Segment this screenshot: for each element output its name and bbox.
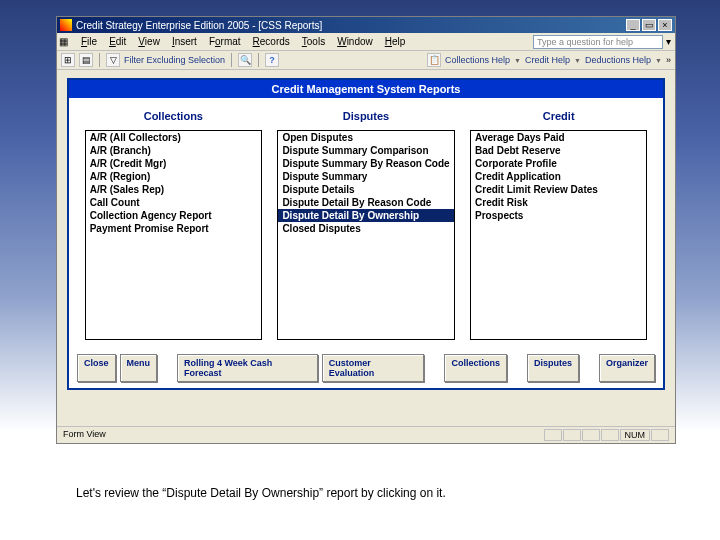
list-item[interactable]: Dispute Summary Comparison (278, 144, 453, 157)
button-row: Close Menu Rolling 4 Week Cash Forecast … (69, 350, 663, 388)
list-item[interactable]: Closed Disputes (278, 222, 453, 235)
view-icon[interactable]: ⊞ (61, 53, 75, 67)
maximize-button[interactable]: ▭ (642, 19, 656, 31)
client-area: Credit Management System Reports Collect… (57, 70, 675, 396)
minimize-button[interactable]: _ (626, 19, 640, 31)
menu-button[interactable]: Menu (120, 354, 158, 382)
help-dropdown-icon[interactable]: ▾ (663, 36, 673, 47)
status-cell (582, 429, 600, 441)
organizer-button[interactable]: Organizer (599, 354, 655, 382)
menu-format[interactable]: Format (203, 34, 247, 49)
separator (231, 53, 232, 67)
listbox-credit[interactable]: Average Days PaidBad Debt ReserveCorpora… (470, 130, 647, 340)
list-item[interactable]: Collection Agency Report (86, 209, 261, 222)
toggle-icon[interactable]: ▤ (79, 53, 93, 67)
status-cell (601, 429, 619, 441)
dropdown-icon[interactable]: ▼ (514, 57, 521, 64)
status-cell (544, 429, 562, 441)
mdi-icon: ▦ (59, 36, 71, 48)
list-item[interactable]: Payment Promise Report (86, 222, 261, 235)
list-item[interactable]: A/R (Region) (86, 170, 261, 183)
filter-excluding-selection[interactable]: Filter Excluding Selection (124, 55, 225, 65)
toolbar: ⊞ ▤ ▽ Filter Excluding Selection 🔍 ? 📋 C… (57, 51, 675, 70)
credit-help-link[interactable]: Credit Help (525, 55, 570, 65)
list-item[interactable]: Corporate Profile (471, 157, 646, 170)
listbox-disputes[interactable]: Open DisputesDispute Summary ComparisonD… (277, 130, 454, 340)
instruction-caption: Let's review the “Dispute Detail By Owne… (76, 486, 446, 500)
list-item[interactable]: Dispute Summary By Reason Code (278, 157, 453, 170)
report-title: Credit Management System Reports (69, 80, 663, 98)
list-item[interactable]: Credit Application (471, 170, 646, 183)
menu-bar: ▦ File Edit View Insert Format Records T… (57, 33, 675, 51)
report-panel: Credit Management System Reports Collect… (67, 78, 665, 390)
column-header: Collections (144, 104, 203, 130)
list-item[interactable]: A/R (Credit Mgr) (86, 157, 261, 170)
list-item[interactable]: Open Disputes (278, 131, 453, 144)
report-columns: CollectionsA/R (All Collectors)A/R (Bran… (69, 98, 663, 350)
spacer (57, 396, 675, 426)
collections-help-link[interactable]: Collections Help (445, 55, 510, 65)
collections-help-icon: 📋 (427, 53, 441, 67)
list-item[interactable]: A/R (All Collectors) (86, 131, 261, 144)
menu-insert[interactable]: Insert (166, 34, 203, 49)
title-bar: Credit Strategy Enterprise Edition 2005 … (57, 17, 675, 33)
menu-view[interactable]: View (132, 34, 166, 49)
column-collections: CollectionsA/R (All Collectors)A/R (Bran… (77, 104, 270, 340)
status-num: NUM (620, 429, 651, 441)
separator (99, 53, 100, 67)
list-item[interactable]: Dispute Detail By Reason Code (278, 196, 453, 209)
application-window: Credit Strategy Enterprise Edition 2005 … (56, 16, 676, 444)
column-header: Credit (543, 104, 575, 130)
help-question-box[interactable]: Type a question for help (533, 35, 663, 49)
help-icon[interactable]: ? (265, 53, 279, 67)
menu-edit[interactable]: Edit (103, 34, 132, 49)
customer-evaluation-button[interactable]: Customer Evaluation (322, 354, 425, 382)
menu-window[interactable]: Window (331, 34, 379, 49)
column-disputes: DisputesOpen DisputesDispute Summary Com… (270, 104, 463, 340)
dropdown-icon[interactable]: ▼ (655, 57, 662, 64)
separator (258, 53, 259, 67)
deductions-help-link[interactable]: Deductions Help (585, 55, 651, 65)
list-item[interactable]: Average Days Paid (471, 131, 646, 144)
collections-button[interactable]: Collections (444, 354, 507, 382)
column-header: Disputes (343, 104, 389, 130)
find-icon[interactable]: 🔍 (238, 53, 252, 67)
close-window-button[interactable]: × (658, 19, 672, 31)
menu-file[interactable]: File (75, 34, 103, 49)
menu-records[interactable]: Records (247, 34, 296, 49)
dropdown-icon[interactable]: ▼ (574, 57, 581, 64)
list-item[interactable]: Prospects (471, 209, 646, 222)
disputes-button[interactable]: Disputes (527, 354, 579, 382)
filter-funnel-icon[interactable]: ▽ (106, 53, 120, 67)
rolling-forecast-button[interactable]: Rolling 4 Week Cash Forecast (177, 354, 318, 382)
list-item[interactable]: Dispute Detail By Ownership (278, 209, 453, 222)
list-item[interactable]: Call Count (86, 196, 261, 209)
list-item[interactable]: Bad Debt Reserve (471, 144, 646, 157)
status-bar: Form View NUM (57, 426, 675, 443)
list-item[interactable]: A/R (Branch) (86, 144, 261, 157)
app-icon (60, 19, 72, 31)
window-title: Credit Strategy Enterprise Edition 2005 … (76, 20, 322, 31)
list-item[interactable]: Dispute Summary (278, 170, 453, 183)
list-item[interactable]: Dispute Details (278, 183, 453, 196)
list-item[interactable]: Credit Limit Review Dates (471, 183, 646, 196)
status-cell (563, 429, 581, 441)
list-item[interactable]: Credit Risk (471, 196, 646, 209)
status-cell (651, 429, 669, 441)
close-button[interactable]: Close (77, 354, 116, 382)
menu-help[interactable]: Help (379, 34, 412, 49)
toolbar-overflow-icon[interactable]: » (666, 55, 671, 65)
menu-tools[interactable]: Tools (296, 34, 331, 49)
status-mode: Form View (63, 429, 106, 441)
listbox-collections[interactable]: A/R (All Collectors)A/R (Branch)A/R (Cre… (85, 130, 262, 340)
list-item[interactable]: A/R (Sales Rep) (86, 183, 261, 196)
column-credit: CreditAverage Days PaidBad Debt ReserveC… (462, 104, 655, 340)
